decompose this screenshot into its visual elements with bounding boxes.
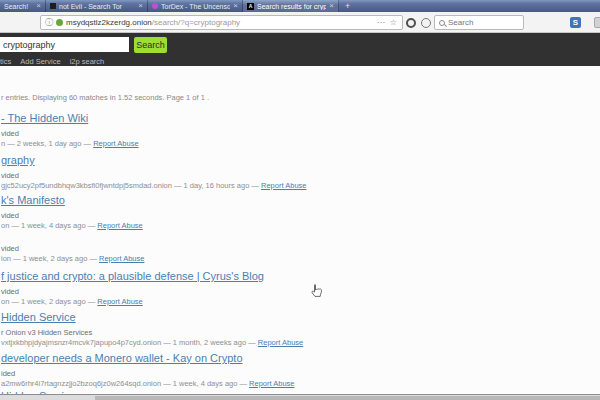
result-meta: on — 1 week, 2 days ago — Report Abuse bbox=[1, 297, 561, 307]
result-url-age: on — 1 week, 2 days ago — bbox=[1, 297, 97, 306]
result-item: f justice and crypto: a plausible defens… bbox=[1, 266, 561, 307]
tab-3-tordex[interactable]: TorDex - The Uncensored Tor lin × bbox=[148, 0, 243, 12]
url-text: msydqstlz2kzerdg.onion/search/?q=cryptog… bbox=[66, 18, 373, 27]
nav-link-add-service[interactable]: Add Service bbox=[20, 57, 60, 66]
result-title-link[interactable]: Hidden Service bbox=[1, 311, 76, 324]
result-item: developer needs a Monero wallet - Kay on… bbox=[1, 348, 561, 389]
site-header: Search tics Add Service i2p search bbox=[0, 33, 600, 66]
ahmia-favicon: A bbox=[247, 3, 254, 10]
result-title-link[interactable]: graphy bbox=[1, 154, 35, 167]
result-url-age: n — 2 weeks, 1 day ago — bbox=[1, 139, 93, 148]
tab-bar: Search! × not Evil - Search Tor × TorDex… bbox=[0, 0, 600, 12]
new-tab-button[interactable]: + bbox=[339, 0, 356, 12]
result-description: vided bbox=[1, 211, 561, 221]
tab-title: Search results for cryptography — bbox=[257, 3, 326, 10]
result-title-link[interactable]: developer needs a Monero wallet - Kay on… bbox=[1, 352, 243, 365]
tab-2-notevil[interactable]: not Evil - Search Tor × bbox=[46, 0, 148, 12]
result-description: vided bbox=[1, 287, 561, 297]
result-description: ided bbox=[1, 369, 561, 379]
report-abuse-link[interactable]: Report Abuse bbox=[97, 297, 142, 306]
url-path: /search/?q=cryptography bbox=[152, 18, 240, 27]
site-search-input[interactable] bbox=[0, 37, 129, 52]
result-url-age: ion — 1 week, 2 days ago — bbox=[1, 254, 99, 263]
tab-close-icon[interactable]: × bbox=[36, 2, 41, 10]
toolbar-search[interactable] bbox=[434, 15, 524, 30]
result-item: vided ion — 1 week, 2 days ago — Report … bbox=[1, 223, 561, 264]
tab-title: not Evil - Search Tor bbox=[59, 3, 135, 10]
onion-icon bbox=[56, 19, 63, 26]
tordex-favicon bbox=[152, 3, 158, 9]
tab-title: Search! bbox=[4, 3, 33, 10]
tab-1[interactable]: Search! × bbox=[0, 0, 46, 12]
result-url-age: vxtjxkbhpjdyajmsnzr4mcvk7japupo4p7cyd.on… bbox=[1, 338, 258, 347]
report-abuse-link[interactable]: Report Abuse bbox=[258, 338, 303, 347]
tab-close-icon[interactable]: × bbox=[233, 2, 238, 10]
bookmark-star-icon[interactable]: ☆ bbox=[389, 18, 398, 27]
search-icon bbox=[439, 20, 445, 26]
result-title-link[interactable]: - The Hidden Wiki bbox=[1, 112, 88, 125]
result-title-link[interactable]: k's Manifesto bbox=[1, 194, 65, 207]
horizontal-scrollbar[interactable] bbox=[0, 394, 600, 400]
site-info-icon[interactable]: ⓘ bbox=[45, 19, 53, 27]
result-url-age: gjc52ucy2pf5undbhqw3kbsfi0fjwntdpj5smdad… bbox=[1, 181, 261, 190]
nav-link-i2p-search[interactable]: i2p search bbox=[70, 57, 105, 66]
scrollbar-thumb[interactable] bbox=[95, 396, 600, 400]
site-search-button[interactable]: Search bbox=[134, 37, 167, 53]
notevil-favicon bbox=[50, 3, 56, 9]
result-item: graphy vided gjc52ucy2pf5undbhqw3kbsfi0f… bbox=[1, 150, 561, 191]
result-meta: vxtjxkbhpjdyajmsnzr4mcvk7japupo4p7cyd.on… bbox=[1, 338, 561, 348]
result-meta: n — 2 weeks, 1 day ago — Report Abuse bbox=[1, 139, 561, 149]
results-summary: r entries. Displaying 60 matches in 1.52… bbox=[1, 93, 209, 102]
browser-toolbar: ⓘ msydqstlz2kzerdg.onion/search/?q=crypt… bbox=[0, 12, 600, 33]
result-item: Hidden Service r Onion v3 Hidden Service… bbox=[1, 307, 561, 348]
mouse-cursor-pointer bbox=[310, 284, 322, 302]
nav-link-statistics[interactable]: tics bbox=[0, 57, 11, 66]
url-domain: msydqstlz2kzerdg.onion bbox=[66, 18, 152, 27]
tab-close-icon[interactable]: × bbox=[138, 2, 143, 10]
result-description: vided bbox=[1, 244, 561, 254]
result-title-link[interactable]: f justice and crypto: a plausible defens… bbox=[1, 270, 264, 283]
report-abuse-link[interactable]: Report Abuse bbox=[261, 181, 306, 190]
tab-close-icon[interactable]: × bbox=[329, 2, 334, 10]
result-description: vided bbox=[1, 129, 561, 139]
page-actions-icon[interactable]: ⋯ bbox=[376, 18, 386, 27]
result-description: r Onion v3 Hidden Services bbox=[1, 328, 561, 338]
site-nav: tics Add Service i2p search bbox=[0, 57, 104, 66]
tab-title: TorDex - The Uncensored Tor lin bbox=[161, 3, 230, 10]
toolbar-search-input[interactable] bbox=[448, 18, 519, 27]
result-meta: ion — 1 week, 2 days ago — Report Abuse bbox=[1, 254, 561, 264]
extension-partial-icon[interactable] bbox=[594, 17, 600, 28]
tab-4-ahmia-active[interactable]: A Search results for cryptography — × bbox=[243, 0, 339, 12]
result-description: vided bbox=[1, 171, 561, 181]
result-item: - The Hidden Wiki vided n — 2 weeks, 1 d… bbox=[1, 108, 561, 149]
torbutton-icon[interactable] bbox=[406, 18, 416, 28]
report-abuse-link[interactable]: Report Abuse bbox=[99, 254, 144, 263]
url-bar[interactable]: ⓘ msydqstlz2kzerdg.onion/search/?q=crypt… bbox=[40, 15, 403, 30]
report-abuse-link[interactable]: Report Abuse bbox=[93, 139, 138, 148]
noscript-icon[interactable]: S bbox=[570, 17, 581, 28]
extension-circle-icon[interactable] bbox=[421, 18, 431, 28]
